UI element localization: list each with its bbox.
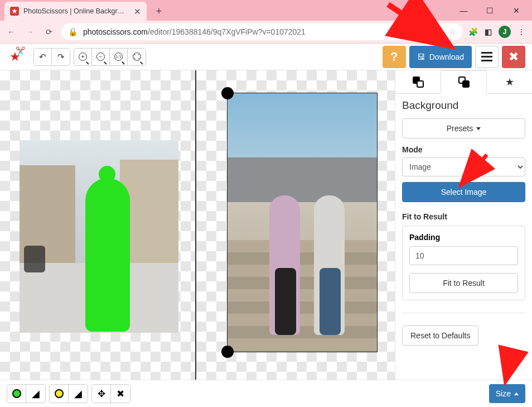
window-panel-icon[interactable]: ◧	[485, 27, 492, 36]
hamburger-icon	[481, 52, 492, 61]
tab-title: PhotoScissors | Online Backgr…	[23, 7, 129, 15]
save-icon: 🖫	[417, 52, 425, 61]
foreground-mask	[85, 178, 130, 332]
extensions-icon[interactable]: 🧩	[468, 27, 478, 36]
nav-back-button[interactable]: ←	[4, 27, 18, 36]
select-image-button[interactable]: Select Image	[402, 182, 525, 202]
yellow-dot-icon	[55, 389, 64, 398]
window-titlebar: PhotoScissors | Online Backgr… ✕ + ˅ — ☐…	[0, 0, 532, 21]
erase-background-button[interactable]: ◢	[69, 385, 88, 403]
tab-background[interactable]	[441, 70, 487, 94]
canvas-original-pane[interactable]	[0, 70, 196, 380]
tab-shadow[interactable]: ★	[487, 70, 532, 93]
original-image	[20, 140, 178, 333]
mark-foreground-button[interactable]	[7, 385, 26, 403]
canvas-result-pane[interactable]	[196, 70, 395, 380]
background-icon	[458, 76, 470, 88]
nav-reload-button[interactable]: ⟳	[42, 27, 56, 36]
nav-forward-button[interactable]: →	[23, 27, 37, 36]
separator	[402, 313, 525, 313]
size-label: Size	[496, 389, 511, 398]
redo-button[interactable]: ↷	[52, 49, 70, 65]
profile-avatar[interactable]: J	[499, 26, 511, 38]
presets-label: Presets	[447, 124, 473, 133]
browser-address-bar: ← → ⟳ 🔒 photoscissors.com/editor/1963881…	[0, 21, 532, 44]
foreground-icon	[413, 76, 424, 88]
bottom-toolbar: ◢ ◢ ✥ ✖ Size	[0, 380, 532, 407]
zoom-fit-button[interactable]: ⛶	[128, 49, 146, 65]
app-logo[interactable]: ★✂️	[7, 49, 23, 65]
mark-background-button[interactable]	[50, 385, 69, 403]
download-label: Download	[429, 52, 464, 61]
url-input[interactable]: 🔒 photoscissors.com/editor/196388146/9q7…	[61, 23, 463, 40]
url-path: /editor/196388146/9q7XgVFiPw?v=01072021	[148, 27, 306, 36]
brush-size-button[interactable]: Size	[489, 384, 525, 403]
tab-foreground[interactable]	[395, 70, 441, 93]
browser-tab[interactable]: PhotoScissors | Online Backgr… ✕	[4, 2, 147, 21]
bookmark-star-icon[interactable]: ☆	[449, 27, 456, 36]
zoom-out-button[interactable]: −	[92, 49, 110, 65]
panel-title: Background	[402, 99, 525, 112]
favicon-icon	[10, 7, 19, 16]
undo-button[interactable]: ↶	[34, 49, 52, 65]
mode-label: Mode	[402, 145, 525, 154]
undo-redo-group: ↶ ↷	[33, 48, 70, 66]
window-maximize-button[interactable]: ☐	[477, 3, 502, 18]
green-dot-icon	[12, 389, 21, 398]
side-panel: ★ Background Presets Mode Image Select I…	[395, 70, 532, 380]
lock-icon: 🔒	[68, 27, 78, 36]
mode-select[interactable]: Image	[402, 157, 525, 176]
presets-dropdown[interactable]: Presets	[402, 118, 525, 138]
move-tool-button[interactable]: ✥	[92, 385, 111, 403]
zoom-group: + − 1:1 ⛶	[74, 48, 146, 66]
fit-fieldset: Padding Fit to Result	[402, 226, 525, 300]
caret-down-icon	[476, 127, 481, 130]
fit-to-result-button[interactable]: Fit to Result	[409, 273, 518, 293]
fit-section-label: Fit to Result	[402, 212, 525, 221]
zoom-in-button[interactable]: +	[74, 49, 92, 65]
tab-search-icon[interactable]: ˅	[414, 3, 439, 18]
new-tab-button[interactable]: +	[151, 3, 167, 19]
caret-up-icon	[514, 392, 519, 395]
window-minimize-button[interactable]: —	[451, 3, 476, 18]
zoom-actual-button[interactable]: 1:1	[110, 49, 128, 65]
result-image[interactable]	[227, 93, 378, 352]
close-tab-icon[interactable]: ✕	[134, 7, 141, 16]
padding-input[interactable]	[409, 246, 518, 265]
window-close-button[interactable]: ✕	[504, 3, 529, 18]
padding-label: Padding	[409, 233, 518, 242]
star-icon: ★	[505, 76, 514, 88]
clear-marks-button[interactable]: ✖	[111, 385, 130, 403]
reset-defaults-button[interactable]: Reset to Defaults	[402, 325, 478, 346]
app-menu-button[interactable]	[475, 46, 499, 68]
help-button[interactable]: ?	[383, 46, 406, 68]
erase-foreground-button[interactable]: ◢	[26, 385, 45, 403]
workspace: ★ Background Presets Mode Image Select I…	[0, 70, 532, 380]
app-toolbar: ★✂️ ↶ ↷ + − 1:1 ⛶ ? 🖫 Download ✖	[0, 44, 532, 70]
resize-handle-bottom-left[interactable]	[221, 346, 234, 358]
resize-handle-top-left[interactable]	[221, 87, 234, 99]
side-panel-tabs: ★	[395, 70, 532, 94]
download-button[interactable]: 🖫 Download	[409, 46, 472, 68]
app-close-button[interactable]: ✖	[502, 46, 525, 68]
url-domain: photoscissors.com	[83, 27, 148, 36]
browser-menu-icon[interactable]: ⋮	[518, 27, 525, 36]
